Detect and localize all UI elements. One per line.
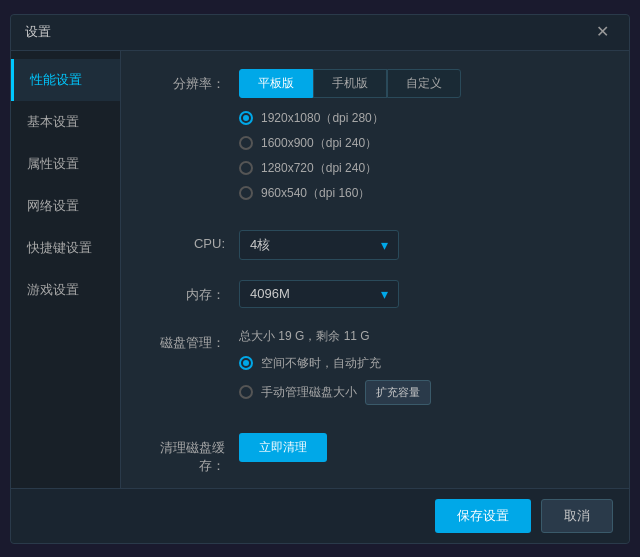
memory-section: 内存： 4096M ▾ (145, 280, 605, 308)
resolution-tabs: 平板版 手机版 自定义 (239, 69, 605, 98)
tab-custom[interactable]: 自定义 (387, 69, 461, 98)
save-button[interactable]: 保存设置 (435, 499, 531, 533)
settings-dialog: 设置 ✕ 性能设置 基本设置 属性设置 网络设置 快捷键设置 游戏设置 (10, 14, 630, 544)
cpu-dropdown[interactable]: 4核 ▾ (239, 230, 399, 260)
cancel-button[interactable]: 取消 (541, 499, 613, 533)
memory-content: 4096M ▾ (239, 280, 605, 308)
res-radio-2[interactable] (239, 161, 253, 175)
res-radio-0[interactable] (239, 111, 253, 125)
clean-section: 清理磁盘缓存： 立即清理 (145, 433, 605, 475)
close-button[interactable]: ✕ (590, 22, 615, 42)
disk-label: 磁盘管理： (145, 328, 225, 352)
res-option-1[interactable]: 1600x900（dpi 240） (239, 135, 605, 152)
memory-label: 内存： (145, 280, 225, 304)
dialog-title: 设置 (25, 23, 51, 41)
main-panel: 分辨率： 平板版 手机版 自定义 1920x1080（dpi 280） 1600… (121, 51, 629, 488)
content-area: 性能设置 基本设置 属性设置 网络设置 快捷键设置 游戏设置 分辨率： (11, 51, 629, 488)
cpu-value: 4核 (250, 236, 270, 254)
res-radio-1[interactable] (239, 136, 253, 150)
res-option-3[interactable]: 960x540（dpi 160） (239, 185, 605, 202)
res-option-0[interactable]: 1920x1080（dpi 280） (239, 110, 605, 127)
disk-radio-1[interactable] (239, 385, 253, 399)
sidebar-item-game[interactable]: 游戏设置 (11, 269, 120, 311)
title-bar: 设置 ✕ (11, 15, 629, 51)
sidebar-item-network[interactable]: 网络设置 (11, 185, 120, 227)
cpu-content: 4核 ▾ (239, 230, 605, 260)
footer: 保存设置 取消 (11, 488, 629, 543)
memory-value: 4096M (250, 286, 290, 301)
sidebar-item-property[interactable]: 属性设置 (11, 143, 120, 185)
sidebar-item-shortcut[interactable]: 快捷键设置 (11, 227, 120, 269)
memory-dropdown-arrow: ▾ (381, 286, 388, 302)
tab-tablet[interactable]: 平板版 (239, 69, 313, 98)
clean-content: 立即清理 (239, 433, 605, 462)
sidebar-item-basic[interactable]: 基本设置 (11, 101, 120, 143)
disk-info: 总大小 19 G，剩余 11 G (239, 328, 605, 345)
expand-button[interactable]: 扩充容量 (365, 380, 431, 405)
res-option-2[interactable]: 1280x720（dpi 240） (239, 160, 605, 177)
resolution-content: 平板版 手机版 自定义 1920x1080（dpi 280） 1600x900（… (239, 69, 605, 210)
clean-button[interactable]: 立即清理 (239, 433, 327, 462)
resolution-section: 分辨率： 平板版 手机版 自定义 1920x1080（dpi 280） 1600… (145, 69, 605, 210)
cpu-label: CPU: (145, 230, 225, 251)
memory-dropdown[interactable]: 4096M ▾ (239, 280, 399, 308)
clean-label: 清理磁盘缓存： (145, 433, 225, 475)
resolution-label: 分辨率： (145, 69, 225, 93)
tab-phone[interactable]: 手机版 (313, 69, 387, 98)
disk-option-0[interactable]: 空间不够时，自动扩充 (239, 355, 605, 372)
disk-option-1[interactable]: 手动管理磁盘大小 扩充容量 (239, 380, 605, 405)
disk-radios: 空间不够时，自动扩充 手动管理磁盘大小 扩充容量 (239, 355, 605, 405)
cpu-section: CPU: 4核 ▾ (145, 230, 605, 260)
res-radio-3[interactable] (239, 186, 253, 200)
sidebar: 性能设置 基本设置 属性设置 网络设置 快捷键设置 游戏设置 (11, 51, 121, 488)
cpu-dropdown-arrow: ▾ (381, 237, 388, 253)
disk-radio-0[interactable] (239, 356, 253, 370)
sidebar-item-performance[interactable]: 性能设置 (11, 59, 120, 101)
disk-section: 磁盘管理： 总大小 19 G，剩余 11 G 空间不够时，自动扩充 手动管理磁盘… (145, 328, 605, 413)
disk-content: 总大小 19 G，剩余 11 G 空间不够时，自动扩充 手动管理磁盘大小 扩充容… (239, 328, 605, 413)
